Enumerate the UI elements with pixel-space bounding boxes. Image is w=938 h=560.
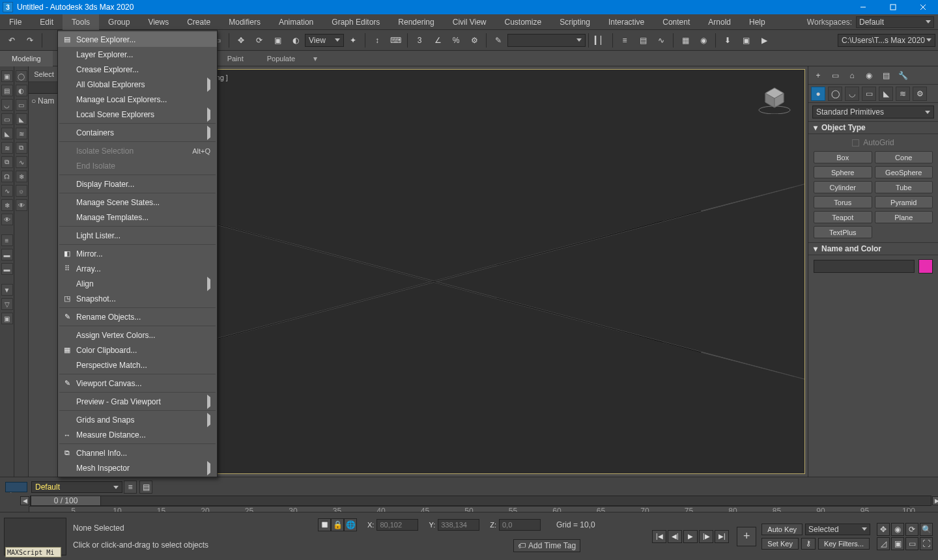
spinner-snap-button[interactable]: ⚙ <box>466 32 483 49</box>
add-time-tag-button[interactable]: 🏷Add Time Tag <box>513 539 580 552</box>
project-path-box[interactable]: C:\Users\T...s Max 2020 <box>838 34 935 47</box>
tools-menu-light-lister[interactable]: Light Lister... <box>58 228 217 243</box>
maximize-viewport-button[interactable]: ⛶ <box>920 537 933 550</box>
ribbon-tab-modeling[interactable]: Modeling <box>0 51 53 66</box>
coord-y-value[interactable]: 338,134 <box>438 519 479 531</box>
rail-col1-icon[interactable]: ≡ <box>1 234 13 246</box>
rail2-e-icon[interactable]: ≋ <box>16 128 27 139</box>
menu-modifiers[interactable]: Modifiers <box>220 14 270 30</box>
primitive-pyramid-button[interactable]: Pyramid <box>875 196 933 208</box>
tools-menu-assign-vertex-colors[interactable]: Assign Vertex Colors... <box>58 328 217 343</box>
maximize-button[interactable] <box>878 0 908 14</box>
create-panel-icon[interactable]: + <box>811 68 825 83</box>
snap-3d-button[interactable]: 3 <box>411 32 428 49</box>
trackset-dropdown[interactable]: Default <box>31 481 122 493</box>
trackbar-swatch[interactable] <box>5 482 27 492</box>
move-button[interactable]: ✥ <box>233 32 249 49</box>
align-button[interactable]: ≡ <box>616 32 633 49</box>
modify-panel-icon[interactable]: ▭ <box>828 68 842 83</box>
material-editor-button[interactable]: ◉ <box>695 32 712 49</box>
track-layers-icon[interactable]: ≡ <box>124 481 137 494</box>
rail2-h-icon[interactable]: ❄ <box>16 171 27 182</box>
primitive-cone-button[interactable]: Cone <box>875 151 933 163</box>
menu-interactive[interactable]: Interactive <box>599 14 653 30</box>
menu-arnold[interactable]: Arnold <box>699 14 740 30</box>
scale-button[interactable]: ▣ <box>269 32 286 49</box>
motion-panel-icon[interactable]: ◉ <box>862 68 876 83</box>
systems-tab-icon[interactable]: ⚙ <box>913 87 927 101</box>
redo-button[interactable]: ↷ <box>21 32 38 49</box>
object-name-input[interactable] <box>814 260 915 273</box>
scene-explorer-col-name[interactable]: ○Nam <box>29 94 59 108</box>
percent-snap-button[interactable]: % <box>448 32 464 49</box>
rail2-j-icon[interactable]: 👁 <box>16 199 27 211</box>
rail-group-icon[interactable]: ⧉ <box>1 156 13 168</box>
menu-group[interactable]: Group <box>99 14 139 30</box>
tools-menu-mirror[interactable]: ◧Mirror... <box>58 246 217 261</box>
layer-explorer-button[interactable]: ▤ <box>634 32 651 49</box>
zoom-region-button[interactable]: ▭ <box>905 537 918 550</box>
cameras-tab-icon[interactable]: ▭ <box>862 87 876 101</box>
rail2-d-icon[interactable]: ◣ <box>16 113 27 125</box>
coord-x-value[interactable]: 80,102 <box>377 519 418 531</box>
tools-menu-all-global-explorers[interactable]: All Global Explorers <box>58 77 217 92</box>
tools-menu-color-clipboard[interactable]: ▦Color Clipboard... <box>58 343 217 357</box>
maxscript-listener[interactable]: MAXScript Mi <box>5 547 61 557</box>
tools-menu-scene-explorer[interactable]: ▤Scene Explorer... <box>58 32 217 47</box>
play-button[interactable]: ▶ <box>683 530 698 543</box>
rail-display-icon[interactable]: ▣ <box>1 70 13 82</box>
minimize-button[interactable] <box>848 0 878 14</box>
rail-helper-icon[interactable]: ◣ <box>1 128 13 139</box>
tools-menu-crease-explorer[interactable]: Crease Explorer... <box>58 62 217 77</box>
primitive-teapot-button[interactable]: Teapot <box>814 211 872 223</box>
rail-light-icon[interactable]: ◡ <box>1 99 13 111</box>
category-dropdown[interactable]: Standard Primitives <box>812 105 934 119</box>
named-selection-dropdown[interactable] <box>507 34 586 47</box>
ref-coord-dropdown[interactable]: View <box>305 34 344 47</box>
rail-col2-icon[interactable]: ▬ <box>1 249 13 260</box>
render-setup-button[interactable]: ⬇ <box>719 32 736 49</box>
object-type-rollout-head[interactable]: ▾Object Type <box>808 121 938 134</box>
curve-editor-button[interactable]: ∿ <box>653 32 670 49</box>
menu-views[interactable]: Views <box>139 14 178 30</box>
rail2-g-icon[interactable]: ∿ <box>16 156 27 168</box>
menu-scripting[interactable]: Scripting <box>550 14 599 30</box>
rail-bone-icon[interactable]: ☊ <box>1 171 13 182</box>
tools-menu-snapshot[interactable]: ◳Snapshot... <box>58 291 217 306</box>
schematic-view-button[interactable]: ▦ <box>677 32 694 49</box>
coord-z-value[interactable]: 0,0 <box>499 519 541 531</box>
tools-menu-local-scene-explorers[interactable]: Local Scene Explorers <box>58 107 217 122</box>
tools-menu-measure-distance[interactable]: ↔Measure Distance... <box>58 427 217 442</box>
keyfilters-button[interactable]: Key Filters... <box>818 538 870 550</box>
tools-menu-viewport-canvas[interactable]: ✎Viewport Canvas... <box>58 376 217 391</box>
rail-eye-icon[interactable]: 👁 <box>1 214 13 225</box>
rail-list-icon[interactable]: ▤ <box>1 85 13 96</box>
primitive-sphere-button[interactable]: Sphere <box>814 166 872 178</box>
tools-menu-manage-local-explorers[interactable]: Manage Local Explorers... <box>58 92 217 107</box>
track-filter-icon[interactable]: ▤ <box>139 481 152 494</box>
time-slider-left-icon[interactable]: ◀ <box>20 496 29 505</box>
rotate-button[interactable]: ⟳ <box>251 32 268 49</box>
zoom-extents-button[interactable]: ▣ <box>891 537 904 550</box>
use-pivot-button[interactable]: ✦ <box>345 32 362 49</box>
primitive-box-button[interactable]: Box <box>814 151 872 163</box>
prev-frame-button[interactable]: ◀| <box>668 530 682 543</box>
menu-help[interactable]: Help <box>740 14 775 30</box>
rail-particle-icon[interactable]: ❄ <box>1 199 13 211</box>
rail2-c-icon[interactable]: ▭ <box>16 99 27 111</box>
ribbon-tab-paint[interactable]: Paint <box>216 51 255 66</box>
selection-lock-icon[interactable]: 🔲 <box>318 518 331 531</box>
rail-lock-icon[interactable]: ▣ <box>1 313 13 324</box>
rail-col3-icon[interactable]: ▬ <box>1 263 13 275</box>
tools-menu-manage-templates[interactable]: Manage Templates... <box>58 210 217 225</box>
mirror-button[interactable]: ▎▏ <box>592 32 609 49</box>
shapes-tab-icon[interactable]: ◯ <box>828 87 842 101</box>
rail-filter2-icon[interactable]: ▽ <box>1 298 13 310</box>
menu-graph-editors[interactable]: Graph Editors <box>322 14 389 30</box>
undo-button[interactable]: ↶ <box>3 32 20 49</box>
time-slider-thumb[interactable]: 0 / 100 <box>31 496 101 506</box>
key-mode-icon[interactable]: ⚷ <box>801 538 816 550</box>
key-target-dropdown[interactable]: Selected <box>805 524 870 535</box>
menu-civil-view[interactable]: Civil View <box>444 14 496 30</box>
menu-tools[interactable]: Tools <box>63 14 99 30</box>
